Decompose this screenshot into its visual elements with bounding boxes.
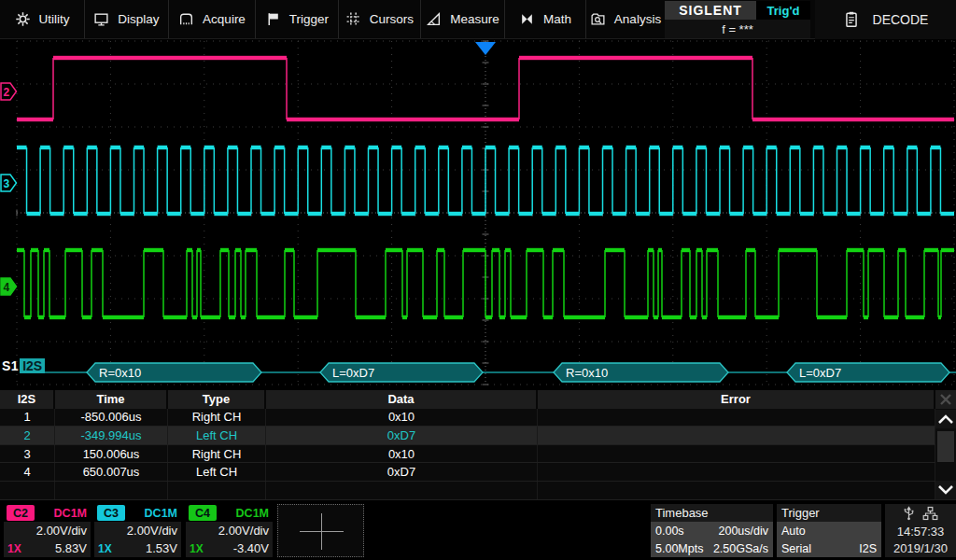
trigger-box[interactable]: Trigger Auto Serial I2S [777, 504, 881, 557]
cursors-icon [345, 11, 361, 27]
trace-segment [31, 248, 38, 252]
trace-segment [492, 248, 499, 252]
trace-segment [566, 212, 580, 216]
trace-segment [941, 248, 954, 252]
timebase-points: 5.00Mpts [655, 542, 703, 555]
c3-offset: 1.53V [146, 541, 177, 555]
table-cell [538, 427, 935, 444]
timebase-box[interactable]: Timebase 0.00s 200us/div 5.00Mpts 2.50GS… [651, 504, 773, 557]
menu-analysis-label: Analysis [614, 12, 661, 26]
trace-segment [40, 146, 50, 149]
trace-segment [204, 146, 215, 149]
trace-segment [50, 212, 64, 216]
menu-math[interactable]: Math [505, 0, 586, 38]
table-row[interactable]: 2-349.994usLeft CH0xD7 [0, 427, 956, 445]
trace-segment [625, 315, 648, 319]
trace-segment [579, 146, 589, 149]
table-cell: 0x10 [266, 409, 538, 427]
decode-result-table: I2STimeTypeDataError1-850.006usRight CH0… [0, 390, 956, 500]
clock-time: 14:57:33 [897, 525, 945, 539]
trace-segment [555, 146, 566, 149]
trace-segment [605, 248, 625, 252]
trace-segment [800, 212, 814, 216]
menu-acquire[interactable]: Acquire [169, 0, 256, 38]
channel-box-c4[interactable]: C4 DC1M 2.00V/div 1X -3.40V [186, 504, 273, 557]
menu-analysis[interactable]: Analysis [586, 0, 665, 38]
trace-segment [378, 212, 392, 216]
decode-bus-label[interactable]: S1 I2S [2, 358, 45, 373]
menu-cursors[interactable]: Cursors [339, 0, 421, 38]
table-cell [168, 482, 266, 499]
trace-segment [519, 56, 752, 60]
trigger-title: Trigger [777, 504, 881, 522]
table-cell: 0xD7 [266, 463, 538, 481]
menu-measure[interactable]: Measure [421, 0, 505, 38]
table-cell: 4 [0, 463, 55, 481]
trace-segment [907, 146, 918, 149]
table-cell [266, 482, 538, 499]
scrollbar-thumb[interactable] [937, 431, 954, 462]
trace-segment [837, 146, 848, 149]
trace-segment [752, 118, 954, 121]
trigger-protocol: I2S [859, 542, 877, 555]
trace-segment [847, 248, 864, 252]
trace-segment [24, 315, 31, 319]
trace-segment [181, 146, 191, 149]
decode-tab[interactable]: DECODE [815, 0, 956, 39]
trigger-status-badge: Trig'd [756, 1, 810, 20]
channel-box-c2[interactable]: C2 DC1M 2.00V/div 1X 5.83V [4, 504, 91, 557]
c4-scale: 2.00V/div [186, 522, 273, 539]
trace-segment [648, 248, 654, 252]
trace-segment [65, 248, 82, 252]
trace-segment [158, 146, 168, 149]
trace-segment [82, 315, 91, 319]
menu-math-label: Math [543, 12, 571, 26]
lan-icon [922, 506, 938, 521]
timebase-title: Timebase [651, 504, 773, 522]
trace-segment [817, 315, 847, 319]
table-row[interactable] [0, 482, 956, 500]
math-icon [519, 11, 535, 27]
trace-segment [214, 212, 228, 216]
trace-segment [331, 212, 345, 216]
trace-segment [444, 315, 463, 319]
c2-probe: 1X [7, 542, 21, 555]
trace-segment [790, 146, 800, 149]
trace-segment [766, 146, 777, 149]
menu-utility[interactable]: Utility [0, 0, 85, 38]
trace-segment [589, 212, 603, 216]
trace-segment [730, 212, 744, 216]
menu-display[interactable]: Display [85, 0, 169, 38]
table-cell [538, 482, 935, 499]
trace-segment [317, 248, 356, 252]
scroll-up-button[interactable] [935, 410, 956, 428]
table-cell: 3 [0, 445, 55, 463]
trace-segment [439, 146, 449, 149]
menu-trigger-label: Trigger [289, 12, 329, 26]
bus-source: S1 [2, 358, 19, 373]
scroll-down-button[interactable] [935, 481, 956, 499]
table-row[interactable]: 3150.006usRight CH0x10 [0, 445, 956, 464]
table-row[interactable]: 4650.007usLeft CH0xD7 [0, 463, 956, 482]
trigger-position-marker[interactable] [475, 42, 496, 55]
channel-box-c3[interactable]: C3 DC1M 2.00V/div 1X 1.53V [94, 504, 181, 557]
table-cell: 650.007us [55, 463, 168, 481]
table-cell: Right CH [168, 445, 266, 463]
menu-bar: Utility Display Acquire Trigger Cursors [0, 0, 956, 39]
add-channel-box[interactable] [277, 504, 364, 557]
menu-utility-label: Utility [39, 12, 70, 26]
c4-badge: C4 [189, 505, 217, 521]
trace-segment [673, 146, 683, 149]
display-icon [93, 11, 109, 27]
trace-segment [564, 315, 605, 319]
decode-bubble-label: L=0xD7 [799, 366, 841, 380]
trace-segment [682, 248, 690, 252]
table-cell [538, 463, 935, 481]
trace-segment [97, 212, 111, 216]
table-close-button[interactable] [935, 390, 956, 409]
column-header: I2S [0, 390, 55, 409]
menu-trigger[interactable]: Trigger [256, 0, 339, 38]
trace-segment [898, 248, 906, 252]
trace-segment [237, 212, 251, 216]
table-row[interactable]: 1-850.006usRight CH0x10 [0, 409, 956, 427]
